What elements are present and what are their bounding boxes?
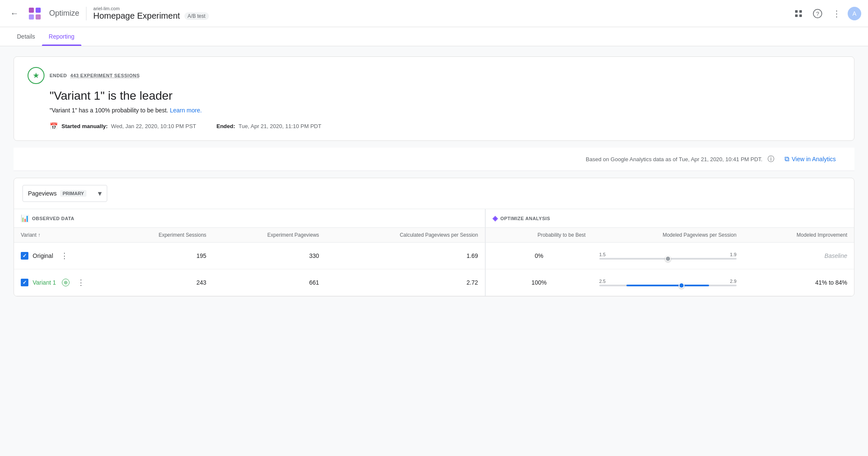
status-circle-icon: ★ xyxy=(28,67,45,84)
metric-dropdown[interactable]: Pageviews PRIMARY ▾ xyxy=(22,185,107,202)
checkbox-original[interactable]: ✓ xyxy=(21,252,28,260)
experiment-info: ariel-lim.com Homepage Experiment A/B te… xyxy=(93,6,209,21)
pageviews-variant1: 661 xyxy=(213,269,326,296)
col-experiment-sessions: Experiment Sessions xyxy=(107,228,213,243)
col-probability-best: Probability to be Best xyxy=(485,228,593,243)
column-header-row: Variant ↑ Experiment Sessions Experiment… xyxy=(14,228,854,243)
info-icon[interactable]: ⓘ xyxy=(768,155,774,164)
optimize-logo-icon xyxy=(27,6,42,21)
leader-description: "Variant 1" has a 100% probability to be… xyxy=(50,107,840,114)
ended-label: ENDED xyxy=(50,73,67,78)
help-icon: ? xyxy=(813,9,822,18)
grid-icon xyxy=(794,9,803,18)
svg-rect-6 xyxy=(795,14,798,17)
col-modeled-improvement: Modeled Improvement xyxy=(743,228,854,243)
tab-reporting[interactable]: Reporting xyxy=(42,27,81,46)
grid-button[interactable] xyxy=(791,6,806,21)
tab-details[interactable]: Details xyxy=(10,27,42,46)
more-options-button[interactable]: ⋮ xyxy=(829,5,844,22)
variant-name-variant1: Variant 1 xyxy=(33,279,56,286)
sessions-count[interactable]: 443 EXPERIMENT SESSIONS xyxy=(70,73,140,78)
view-analytics-button[interactable]: ⧉ View in Analytics xyxy=(779,153,841,165)
end-date-item: Ended: Tue, Apr 21, 2020, 11:10 PM PDT xyxy=(217,123,321,129)
experiment-title: Homepage Experiment xyxy=(93,11,180,21)
improvement-variant1: 41% to 84% xyxy=(743,269,854,296)
analytics-bar: Based on Google Analytics data as of Tue… xyxy=(14,148,854,171)
modeled-range-original: 1.5 1.9 xyxy=(593,243,743,269)
check-icon: ✓ xyxy=(22,253,27,259)
started-date: Wed, Jan 22, 2020, 10:10 PM PST xyxy=(111,123,196,129)
help-button[interactable]: ? xyxy=(810,6,826,22)
logo-container xyxy=(27,6,42,21)
svg-rect-5 xyxy=(799,10,802,13)
table-row: ✓ Original ⋮ 195 330 1.69 0% xyxy=(14,243,854,269)
observed-section-header: 📊 OBSERVED DATA xyxy=(14,209,485,228)
external-link-icon: ⧉ xyxy=(785,155,789,163)
metric-dropdown-container: Pageviews PRIMARY ▾ xyxy=(14,178,854,209)
leader-title: "Variant 1" is the leader xyxy=(50,89,840,103)
probability-original: 0% xyxy=(485,243,593,269)
variant-cell-original: ✓ Original ⋮ xyxy=(14,243,107,269)
svg-rect-0 xyxy=(29,8,34,13)
calc-pageviews-original: 1.69 xyxy=(326,243,485,269)
col-calculated-pageviews: Calculated Pageviews per Session xyxy=(326,228,485,243)
col-experiment-pageviews: Experiment Pageviews xyxy=(213,228,326,243)
sessions-original: 195 xyxy=(107,243,213,269)
sort-up-icon: ↑ xyxy=(38,232,40,238)
dropdown-arrow-icon: ▾ xyxy=(98,189,102,198)
ended-date: Tue, Apr 21, 2020, 11:10 PM PDT xyxy=(239,123,321,129)
app-header: ← Optimize ariel-lim.com Homepage Experi… xyxy=(0,0,868,27)
variant-cell-variant1: ✓ Variant 1 ⊕ ⋮ xyxy=(14,269,107,296)
dropdown-label: Pageviews xyxy=(28,190,57,197)
modeled-range-variant1: 2.5 2.9 xyxy=(593,269,743,296)
header-actions: ? ⋮ A xyxy=(791,5,861,22)
col-modeled-pageviews: Modeled Pageviews per Session xyxy=(593,228,743,243)
more-options-variant1[interactable]: ⋮ xyxy=(75,276,86,289)
improvement-original: Baseline xyxy=(743,243,854,269)
check-icon: ✓ xyxy=(22,280,27,285)
pageviews-original: 330 xyxy=(213,243,326,269)
probability-variant1: 100% xyxy=(485,269,593,296)
svg-rect-3 xyxy=(36,14,41,20)
checkbox-variant1[interactable]: ✓ xyxy=(21,279,28,286)
table-row: ✓ Variant 1 ⊕ ⋮ 243 661 2.72 100% xyxy=(14,269,854,296)
header-divider xyxy=(86,7,86,20)
svg-rect-2 xyxy=(29,14,34,20)
user-avatar[interactable]: A xyxy=(848,7,861,20)
star-icon: ★ xyxy=(33,71,39,80)
learn-more-link[interactable]: Learn more. xyxy=(170,107,202,114)
tab-bar: Details Reporting xyxy=(0,27,868,46)
optimize-section-header: ◈ OPTIMIZE ANALYSIS xyxy=(485,209,854,228)
dates-row: 📅 Started manually: Wed, Jan 22, 2020, 1… xyxy=(50,122,840,130)
data-table-wrapper: 📊 OBSERVED DATA ◈ OPTIMIZE ANALYSIS xyxy=(14,209,854,296)
status-card: ★ ENDED 443 EXPERIMENT SESSIONS "Variant… xyxy=(14,56,854,141)
more-options-original[interactable]: ⋮ xyxy=(59,249,70,262)
brand-label: Optimize xyxy=(49,9,79,18)
data-card: Pageviews PRIMARY ▾ 📊 OBSERVED DATA xyxy=(14,178,854,297)
section-header-row: 📊 OBSERVED DATA ◈ OPTIMIZE ANALYSIS xyxy=(14,209,854,228)
domain-label: ariel-lim.com xyxy=(93,6,209,11)
col-variant: Variant ↑ xyxy=(14,228,107,243)
svg-text:?: ? xyxy=(816,11,819,17)
experiment-type-badge: A/B test xyxy=(184,12,209,20)
back-button[interactable]: ← xyxy=(7,5,22,22)
main-content: ★ ENDED 443 EXPERIMENT SESSIONS "Variant… xyxy=(0,46,868,307)
ended-label2: Ended: xyxy=(217,123,235,129)
start-date-item: 📅 Started manually: Wed, Jan 22, 2020, 1… xyxy=(50,122,196,130)
optimize-icon: ◈ xyxy=(492,214,498,222)
bar-chart-icon: 📊 xyxy=(21,214,30,222)
svg-rect-1 xyxy=(36,8,41,13)
sessions-variant1: 243 xyxy=(107,269,213,296)
analytics-info-text: Based on Google Analytics data as of Tue… xyxy=(586,156,762,162)
dropdown-badge: PRIMARY xyxy=(60,190,86,197)
variant-name-original: Original xyxy=(33,252,53,259)
calc-pageviews-variant1: 2.72 xyxy=(326,269,485,296)
calendar-icon: 📅 xyxy=(50,122,58,130)
more-vert-icon: ⋮ xyxy=(832,8,841,19)
started-label: Started manually: xyxy=(61,123,108,129)
svg-rect-4 xyxy=(795,10,798,13)
data-table: 📊 OBSERVED DATA ◈ OPTIMIZE ANALYSIS xyxy=(14,209,854,296)
add-circle-icon[interactable]: ⊕ xyxy=(62,279,70,286)
svg-rect-7 xyxy=(799,14,802,17)
status-row: ★ ENDED 443 EXPERIMENT SESSIONS xyxy=(28,67,840,84)
